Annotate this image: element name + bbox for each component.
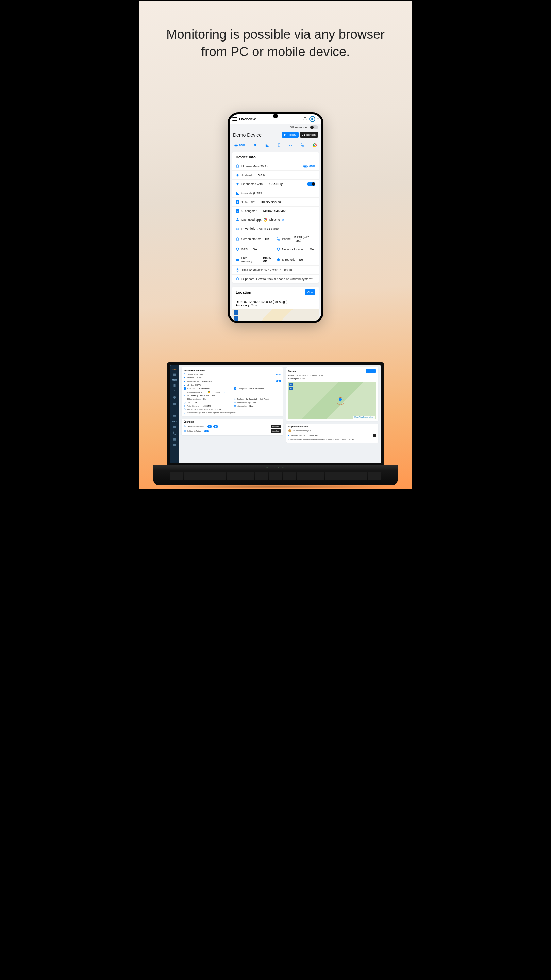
zoom-in-button[interactable]: +	[233, 310, 238, 315]
view-button[interactable]: Ansehen	[271, 425, 281, 428]
clock-icon	[236, 268, 240, 272]
svg-point-23	[184, 377, 185, 379]
refresh-button[interactable]: Refresh	[300, 132, 318, 138]
app-logo-icon[interactable]	[309, 116, 315, 122]
map-attribution[interactable]: © OpenStreetMap contributors	[353, 416, 375, 418]
row-screen-phone: Screen status: On Phone:In call (with Pa…	[232, 233, 319, 245]
svg-point-24	[184, 392, 185, 392]
map-preview[interactable]: + − © OpenStreetMap contributors	[288, 382, 376, 419]
sidebar-icon[interactable]	[173, 425, 176, 429]
wifi-toggle[interactable]: ⬤	[276, 380, 281, 382]
phone-device-icon[interactable]	[277, 143, 281, 147]
sidebar-icon[interactable]	[173, 431, 176, 435]
location-title: Location	[236, 290, 251, 294]
row-last-app: Last used app: Chrome	[232, 215, 319, 224]
android-icon	[236, 173, 240, 177]
history-button[interactable]: History	[282, 132, 299, 138]
battery-status[interactable]: 85%	[234, 143, 245, 147]
row-sim1: 1 1 o2 - de: +01727722273	[232, 198, 319, 207]
device-title: Demo Device	[233, 132, 280, 138]
map-preview[interactable]: + −	[232, 309, 319, 321]
topbar-title: Overview	[239, 117, 256, 121]
headline: Monitoring is possible via any browserfr…	[139, 2, 412, 61]
clipboard-icon	[236, 277, 240, 281]
lap-device-info-card: Geräteinformationen Huawei Mate 20 Pro▮ …	[182, 368, 283, 416]
chrome-icon	[264, 218, 267, 221]
svg-point-27	[234, 402, 236, 403]
wifi-icon	[236, 182, 240, 186]
view-button[interactable]: View	[305, 289, 315, 295]
crosshair-icon	[236, 247, 240, 251]
sidebar-icon[interactable]	[173, 408, 176, 412]
storage-button[interactable]	[373, 434, 376, 437]
call-icon[interactable]	[301, 143, 305, 147]
svg-rect-20	[173, 438, 176, 441]
screen-icon	[236, 237, 240, 241]
external-link-icon[interactable]	[282, 218, 285, 221]
offline-label: Offline mode:	[290, 126, 308, 129]
lap-appinfo-card: App-Informationen AllTracker Family (7.0…	[286, 424, 378, 443]
svg-rect-1	[235, 145, 237, 146]
device-info-header: Device info	[232, 152, 319, 162]
laptop-brand: R A Z E R	[266, 466, 284, 469]
lap-location-title: Standort	[288, 370, 298, 372]
person-icon	[236, 218, 240, 221]
svg-rect-22	[184, 374, 185, 375]
svg-rect-2	[237, 145, 238, 146]
signal-icon[interactable]	[265, 143, 269, 147]
sidebar-icon[interactable]	[173, 438, 176, 441]
sidebar-icon[interactable]	[173, 444, 176, 447]
svg-rect-31	[184, 430, 186, 432]
lap-appinfo-title: App-Informationen	[288, 425, 376, 428]
sidebar-icon[interactable]	[173, 373, 176, 376]
chrome-icon[interactable]	[313, 143, 317, 147]
sidebar-icon[interactable]	[173, 384, 176, 387]
svg-rect-30	[184, 412, 185, 414]
bell-icon[interactable]	[303, 117, 307, 121]
wifi-icon[interactable]	[253, 143, 257, 147]
svg-point-11	[277, 248, 279, 250]
sidebar-icon[interactable]	[173, 414, 176, 418]
row-carrier: t-mobile (HSPA)	[232, 189, 319, 198]
sidebar-icon[interactable]	[173, 396, 176, 399]
view-button[interactable]: Ansehen	[366, 369, 376, 372]
lap-location-card: StandortAnsehen Datum: 02.12.2020 12:53:…	[286, 368, 378, 421]
zoom-out-button[interactable]: −	[289, 387, 293, 390]
svg-rect-16	[173, 374, 176, 376]
map-pin-icon	[337, 398, 344, 405]
sim-icon: 2	[236, 209, 240, 213]
row-time: Time on device: 02.12.2020 13:00:18	[232, 266, 319, 275]
chevron-down-icon[interactable]: ▾	[318, 118, 319, 121]
wifi-toggle[interactable]	[307, 182, 315, 186]
svg-point-29	[184, 409, 186, 410]
view-button[interactable]: Ansehen	[271, 430, 281, 433]
offline-toggle[interactable]	[310, 125, 318, 129]
laptop-device: PRO FREE BASIC	[153, 362, 398, 488]
svg-point-19	[173, 402, 176, 405]
row-gps-netloc: GPS: On Network location: On	[232, 245, 319, 254]
svg-rect-9	[237, 237, 239, 240]
basic-badge: BASIC	[172, 421, 177, 423]
svg-point-8	[237, 218, 238, 220]
svg-point-18	[174, 390, 175, 391]
laptop-keyboard: R A Z E R	[153, 466, 398, 485]
svg-point-10	[237, 248, 239, 250]
zoom-in-button[interactable]: +	[289, 383, 293, 386]
svg-point-26	[184, 402, 185, 403]
sidebar-icon[interactable]	[173, 390, 176, 393]
svg-rect-21	[173, 444, 176, 447]
menu-icon[interactable]	[232, 118, 237, 121]
row-android: Android: 8.0.0	[232, 171, 319, 180]
history-icon	[284, 134, 287, 137]
sidebar-icon[interactable]	[173, 402, 176, 406]
pro-badge: PRO	[173, 368, 176, 370]
car-icon	[236, 227, 240, 231]
laptop-sidebar: PRO FREE BASIC	[170, 366, 179, 463]
row-sim2: 2 2 congstar: +4916789456456	[232, 207, 319, 215]
toggle[interactable]: ⬤	[213, 425, 218, 428]
car-icon[interactable]	[289, 143, 292, 147]
svg-rect-17	[174, 384, 176, 387]
call-icon	[276, 237, 280, 241]
sim-icon: 1	[236, 200, 240, 204]
zoom-out-button[interactable]: −	[233, 316, 238, 321]
